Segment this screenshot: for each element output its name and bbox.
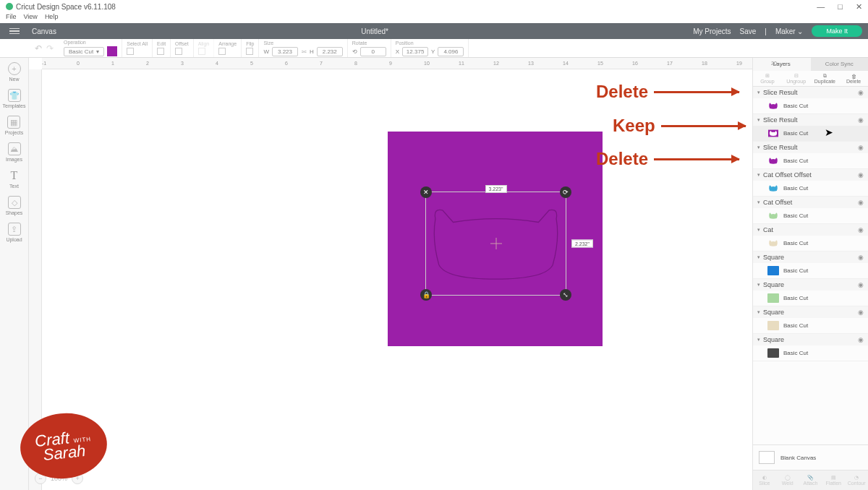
layer-item[interactable]: ▾ Square ◉ Basic Cut xyxy=(753,306,868,334)
layer-sublayer[interactable]: Basic Cut xyxy=(753,263,868,278)
delete-button[interactable]: 🗑Delete xyxy=(839,71,868,86)
chevron-down-icon: ▾ xyxy=(757,282,760,288)
layer-header[interactable]: ▾ Slice Result ◉ xyxy=(753,114,868,126)
offset-icon[interactable] xyxy=(175,48,182,55)
layer-name: Square xyxy=(763,254,784,261)
selection-box[interactable]: ✕ ⟳ 🔒 ⤡ 3.223" 2.232" xyxy=(425,192,566,296)
visibility-eye-icon[interactable]: ◉ xyxy=(858,171,864,179)
layer-sublayer[interactable]: Basic Cut xyxy=(753,291,868,306)
text-tool[interactable]: TText xyxy=(8,169,21,189)
flip-icon[interactable] xyxy=(246,48,253,55)
position-label: Position xyxy=(396,40,414,46)
layer-name: Square xyxy=(763,281,784,288)
layer-item[interactable]: ▾ Slice Result ◉ Basic Cut xyxy=(753,142,868,169)
visibility-eye-icon[interactable]: ◉ xyxy=(858,336,864,343)
layer-header[interactable]: ▾ Square ◉ xyxy=(753,279,868,291)
operation-dropdown[interactable]: Basic Cut ▾ xyxy=(64,47,104,56)
app-topbar: Canvas Untitled* My Projects Save | Make… xyxy=(0,23,868,39)
visibility-eye-icon[interactable]: ◉ xyxy=(858,309,864,316)
attach-button: 📎Attach xyxy=(799,470,822,490)
layer-sublayer[interactable]: Basic Cut xyxy=(753,98,868,113)
ruler-tick: 9 xyxy=(389,61,392,66)
menu-view[interactable]: View xyxy=(24,13,38,23)
visibility-eye-icon[interactable]: ◉ xyxy=(858,144,864,151)
rotate-input[interactable]: 0 xyxy=(360,47,386,56)
window-close-button[interactable]: ✕ xyxy=(856,2,862,12)
cat-outline xyxy=(432,203,560,284)
redo-icon[interactable]: ↷ xyxy=(46,43,54,53)
window-minimize-button[interactable]: — xyxy=(817,2,825,12)
layer-header[interactable]: ▾ Cat Offset Offset ◉ xyxy=(753,169,868,181)
templates-tool[interactable]: 👕Templates xyxy=(3,89,26,108)
layer-sublayer[interactable]: Basic Cut xyxy=(753,181,868,196)
projects-tool[interactable]: ▦Projects xyxy=(5,116,23,135)
visibility-eye-icon[interactable]: ◉ xyxy=(858,116,864,124)
layer-item[interactable]: ▾ Slice Result ◉ Basic Cut xyxy=(753,114,868,142)
ruler-tick: 18 xyxy=(702,61,707,66)
make-it-button[interactable]: Make It xyxy=(812,25,862,37)
ruler-tick: 5 xyxy=(250,61,253,66)
selection-delete-handle[interactable]: ✕ xyxy=(420,186,432,198)
layer-header[interactable]: ▾ Square ◉ xyxy=(753,252,868,263)
layer-item[interactable]: ▾ Cat ◉ Basic Cut xyxy=(753,224,868,252)
visibility-eye-icon[interactable]: ◉ xyxy=(858,199,864,206)
layer-item[interactable]: ▾ Cat Offset ◉ Basic Cut xyxy=(753,197,868,224)
annotation-keep: Keep xyxy=(613,116,746,136)
selection-resize-handle[interactable]: ⤡ xyxy=(560,289,571,301)
layer-item[interactable]: ▾ Cat Offset Offset ◉ Basic Cut xyxy=(753,169,868,197)
layer-sublayer[interactable]: Basic Cut xyxy=(753,236,868,251)
layer-sublayer[interactable]: Basic Cut xyxy=(753,318,868,333)
x-input[interactable]: 12.375 xyxy=(402,47,428,56)
layer-item[interactable]: ▾ Square ◉ Basic Cut xyxy=(753,252,868,279)
machine-selector[interactable]: Maker ⌄ xyxy=(775,27,804,35)
edit-icon[interactable] xyxy=(157,48,164,55)
visibility-eye-icon[interactable]: ◉ xyxy=(858,281,864,288)
undo-icon[interactable]: ↶ xyxy=(35,43,42,53)
my-projects-link[interactable]: My Projects xyxy=(693,27,731,35)
window-maximize-button[interactable]: □ xyxy=(838,2,843,12)
layer-item[interactable]: ▾ Square ◉ Basic Cut xyxy=(753,279,868,306)
color-swatch[interactable] xyxy=(107,46,117,56)
menu-file[interactable]: File xyxy=(6,13,17,23)
os-titlebar: Cricut Design Space v6.11.108 — □ ✕ xyxy=(0,0,868,13)
layer-header[interactable]: ▾ Square ◉ xyxy=(753,306,868,318)
lock-icon[interactable]: ⫘ xyxy=(301,48,307,55)
chevron-down-icon: ⌄ xyxy=(797,27,803,35)
visibility-eye-icon[interactable]: ◉ xyxy=(858,254,864,261)
upload-tool[interactable]: ⇪Upload xyxy=(6,223,22,242)
ruler-tick: -1 xyxy=(42,61,46,66)
layer-header[interactable]: ▾ Cat Offset ◉ xyxy=(753,197,868,208)
selection-rotate-handle[interactable]: ⟳ xyxy=(560,186,571,198)
layer-sublayer[interactable]: Basic Cut xyxy=(753,153,868,168)
layer-header[interactable]: ▾ Square ◉ xyxy=(753,334,868,345)
layer-item[interactable]: ▾ Slice Result ◉ Basic Cut xyxy=(753,87,868,114)
layer-header[interactable]: ▾ Slice Result ◉ xyxy=(753,142,868,153)
tab-layers[interactable]: Layers xyxy=(753,58,811,71)
selection-lock-handle[interactable]: 🔒 xyxy=(420,289,432,301)
y-input[interactable]: 4.096 xyxy=(438,47,464,56)
visibility-eye-icon[interactable]: ◉ xyxy=(858,226,864,233)
menu-help[interactable]: Help xyxy=(45,13,59,23)
select-all-icon[interactable] xyxy=(127,48,134,55)
shapes-tool[interactable]: ◇Shapes xyxy=(6,196,23,215)
layer-item[interactable]: ▾ Square ◉ Basic Cut xyxy=(753,334,868,361)
layer-header[interactable]: ▾ Slice Result ◉ xyxy=(753,87,868,98)
edit-label: Edit xyxy=(157,41,166,46)
new-tool[interactable]: +New xyxy=(8,62,21,82)
width-input[interactable]: 3.223 xyxy=(272,47,298,56)
height-input[interactable]: 2.232 xyxy=(317,47,343,56)
layer-header[interactable]: ▾ Cat ◉ xyxy=(753,224,868,236)
images-tool[interactable]: ⛰Images xyxy=(6,142,22,162)
layer-sublayer[interactable]: Basic Cut xyxy=(753,208,868,223)
save-link[interactable]: Save xyxy=(740,27,757,35)
hamburger-menu-icon[interactable] xyxy=(9,28,20,35)
layer-sublayer[interactable]: Basic Cut xyxy=(753,345,868,361)
arrange-icon[interactable] xyxy=(218,48,226,55)
layer-sublayer[interactable]: Basic Cut xyxy=(753,126,868,141)
canvas-label: Canvas xyxy=(29,27,56,35)
blank-canvas-row[interactable]: Blank Canvas xyxy=(753,444,868,470)
ruler-tick: 2 xyxy=(146,61,149,66)
tab-colorsync[interactable]: Color Sync xyxy=(811,58,869,71)
duplicate-button[interactable]: ⧉Duplicate xyxy=(811,71,840,86)
visibility-eye-icon[interactable]: ◉ xyxy=(858,89,864,96)
